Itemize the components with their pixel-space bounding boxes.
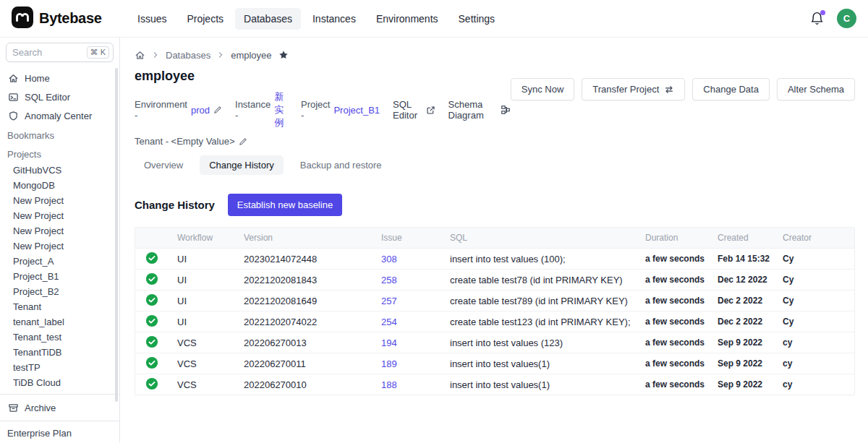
created-cell: Sep 9 2022 (718, 379, 783, 390)
sync-now-button[interactable]: Sync Now (511, 78, 575, 100)
table-header-row: WorkflowVersionIssueSQLDurationCreatedCr… (135, 228, 854, 248)
issue-link[interactable]: 257 (381, 296, 397, 306)
instance-label: Instance - (235, 99, 271, 121)
establish-baseline-button[interactable]: Establish new baseline (228, 194, 342, 216)
button-label: Transfer Project (592, 84, 659, 95)
edit-pencil-icon[interactable] (239, 137, 247, 146)
breadcrumb-item-databases[interactable]: Databases (166, 50, 210, 61)
shell: ⌘ K HomeSQL EditorAnomaly Center Bookmar… (0, 38, 868, 442)
nav-item-settings[interactable]: Settings (450, 8, 504, 30)
sidebar-project-tenant-label[interactable]: tenant_label (0, 314, 119, 330)
issue-cell: 257 (381, 296, 450, 306)
bell-icon (809, 17, 825, 28)
sql-editor-shortcut[interactable]: SQL Editor (393, 99, 435, 121)
duration-cell: a few seconds (645, 275, 718, 285)
issue-link[interactable]: 189 (381, 358, 397, 369)
tab-change-history[interactable]: Change History (200, 155, 284, 175)
chevron-right-icon (217, 51, 224, 59)
sidebar-project-tidb-cloud[interactable]: TiDB Cloud (0, 375, 119, 390)
sidebar-project-mongodb[interactable]: MongoDB (0, 178, 119, 193)
change-history-header: Change History Establish new baseline (135, 194, 855, 216)
home-icon (7, 72, 19, 84)
sidebar-project-new-project[interactable]: New Project (0, 208, 119, 223)
tab-backup-and-restore[interactable]: Backup and restore (291, 155, 391, 175)
change-data-button[interactable]: Change Data (692, 78, 770, 100)
breadcrumb-item-employee[interactable]: employee (231, 50, 271, 61)
status-success-icon (145, 272, 158, 288)
creator-cell: Cy (783, 254, 854, 264)
transfer-project-button[interactable]: Transfer Project (582, 78, 685, 100)
instance-link[interactable]: 新实例 (274, 90, 288, 129)
bookmark-star-icon[interactable] (278, 50, 289, 60)
brand-name: Bytebase (39, 10, 102, 27)
workflow-cell: VCS (177, 379, 244, 390)
tab-overview[interactable]: Overview (135, 155, 192, 175)
sidebar-project-new-project[interactable]: New Project (0, 193, 119, 208)
search-input[interactable]: ⌘ K (6, 43, 114, 62)
workflow-cell: UI (177, 317, 244, 327)
page-actions: Sync NowTransfer ProjectChange DataAlter… (511, 78, 855, 100)
nav-item-environments[interactable]: Environments (367, 8, 447, 30)
issue-link[interactable]: 188 (381, 379, 397, 390)
sql-cell: insert into test values (123) (450, 337, 645, 348)
schema-diagram-icon (501, 105, 511, 115)
top-bar: Bytebase IssuesProjectsDatabasesInstance… (0, 0, 868, 38)
breadcrumb-home-icon[interactable] (135, 50, 145, 61)
brand[interactable]: Bytebase (12, 7, 129, 30)
search-field[interactable] (12, 47, 82, 58)
sidebar-project-new-project[interactable]: New Project (0, 223, 119, 238)
duration-cell: a few seconds (645, 337, 718, 348)
environment-link[interactable]: prod (191, 105, 210, 116)
sidebar-item-sql-editor[interactable]: SQL Editor (0, 87, 119, 106)
change-history-table: WorkflowVersionIssueSQLDurationCreatedCr… (135, 227, 855, 395)
nav-item-instances[interactable]: Instances (304, 8, 365, 30)
status-success-icon (145, 356, 158, 371)
sidebar-project-testtp[interactable]: testTP (0, 360, 119, 375)
transfer-icon (664, 85, 674, 95)
alter-schema-button[interactable]: Alter Schema (777, 78, 855, 100)
duration-cell: a few seconds (645, 296, 718, 306)
sql-cell: insert into test values(1) (450, 379, 645, 390)
schema-diagram-shortcut[interactable]: Schema Diagram (448, 99, 511, 121)
sidebar-project-githubvcs[interactable]: GitHubVCS (0, 163, 119, 178)
sidebar-project-project-a[interactable]: Project_A (0, 254, 119, 269)
created-cell: Sep 9 2022 (718, 358, 783, 369)
sidebar-project-tenant[interactable]: Tenant (0, 299, 119, 314)
column-header-duration: Duration (645, 233, 718, 243)
user-avatar[interactable]: C (837, 9, 856, 28)
sidebar-scrollbar[interactable] (115, 68, 118, 402)
status-success-icon (145, 335, 158, 350)
plan-badge: Enterprise Plan (0, 425, 119, 442)
column-header-issue: Issue (381, 233, 450, 243)
page-title: employee (135, 69, 511, 84)
sidebar-item-archive[interactable]: Archive (0, 398, 119, 417)
sidebar-item-anomaly-center[interactable]: Anomaly Center (0, 106, 119, 125)
sidebar-project-project-b1[interactable]: Project_B1 (0, 269, 119, 284)
nav-item-issues[interactable]: Issues (129, 8, 175, 30)
issue-link[interactable]: 258 (381, 275, 397, 285)
issue-cell: 188 (381, 379, 450, 390)
edit-pencil-icon[interactable] (213, 106, 222, 114)
issue-link[interactable]: 194 (381, 337, 397, 348)
database-tabs: OverviewChange HistoryBackup and restore (135, 155, 855, 175)
sidebar-project-new-project[interactable]: New Project (0, 238, 119, 254)
project-link[interactable]: Project_B1 (333, 105, 380, 116)
creator-cell: cy (783, 337, 854, 348)
sidebar-project-tenanttidb[interactable]: TenantTiDB (0, 345, 119, 360)
sidebar-item-home[interactable]: Home (0, 69, 119, 87)
version-cell: 202206270010 (244, 379, 381, 390)
sidebar-project-tenant-test[interactable]: Tenant_test (0, 330, 119, 345)
notifications-button[interactable] (809, 11, 825, 27)
issue-link[interactable]: 254 (381, 317, 397, 327)
issue-link[interactable]: 308 (381, 254, 397, 264)
issue-cell: 254 (381, 317, 450, 327)
creator-cell: Cy (783, 317, 854, 327)
sidebar-project-project-b2[interactable]: Project_B2 (0, 284, 119, 299)
nav-item-projects[interactable]: Projects (178, 8, 232, 30)
sidebar-section-bookmarks: Bookmarks (0, 126, 119, 144)
nav-item-databases[interactable]: Databases (235, 8, 301, 30)
sql-editor-label: SQL Editor (393, 99, 422, 121)
button-label: Alter Schema (788, 84, 844, 95)
schema-diagram-label: Schema Diagram (448, 99, 497, 121)
table-row: UI20221202081649257create table test789 … (135, 290, 854, 311)
